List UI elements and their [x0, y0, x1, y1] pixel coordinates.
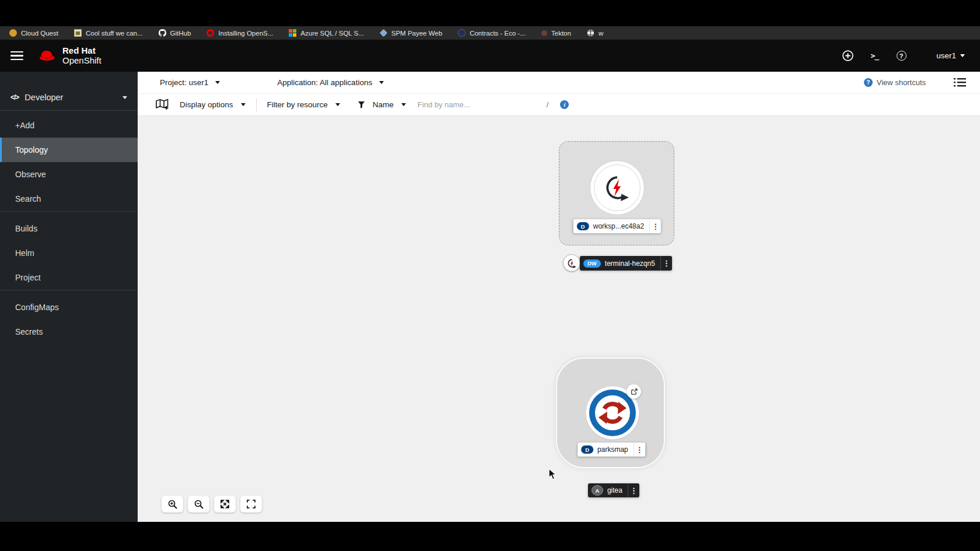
project-dropdown[interactable]: Project: user1 — [160, 78, 220, 87]
bookmark-label: w — [598, 30, 603, 37]
display-options-label: Display options — [180, 100, 233, 109]
sidebar-item-add[interactable]: +Add — [0, 113, 138, 138]
project-dropdown-label: Project: user1 — [160, 78, 208, 87]
chevron-down-icon — [241, 103, 246, 106]
filter-funnel-icon — [358, 101, 365, 108]
devworkspace-icon — [604, 174, 631, 201]
name-filter-dropdown[interactable]: Name — [358, 100, 406, 109]
list-view-toggle[interactable] — [954, 78, 966, 87]
redhat-hat-icon — [37, 49, 57, 63]
bookmark-tekton[interactable]: Tekton — [541, 30, 571, 37]
reset-view-icon — [247, 500, 256, 508]
application-dropdown[interactable]: Application: All applications — [277, 78, 384, 87]
node-label-workspace[interactable]: D worksp...ec48a2 ⋮ — [573, 219, 661, 233]
zoom-out-icon — [194, 500, 204, 509]
bookmark-label: SPM Payee Web — [391, 30, 442, 37]
reset-view-button[interactable] — [240, 496, 262, 513]
bookmark-installing-openshift[interactable]: Installing OpenS... — [206, 29, 273, 37]
zoom-in-icon — [168, 500, 177, 509]
kebab-menu-icon[interactable]: ⋮ — [660, 256, 672, 271]
info-icon[interactable]: i — [560, 100, 569, 109]
zoom-in-button[interactable] — [162, 496, 183, 513]
node-name: parksmap — [593, 445, 634, 454]
browser-bookmarks-bar: Cloud Quest Cool stuff we can... GitHub … — [0, 26, 980, 40]
brand-name-bottom: OpenShift — [62, 56, 102, 66]
topology-filter-bar: Display options Filter by resource Name … — [138, 94, 980, 116]
node-workspace[interactable] — [590, 160, 645, 215]
topology-canvas[interactable]: D worksp...ec48a2 ⋮ DW terminal-hezqn5 ⋮ — [138, 116, 980, 522]
nav-group-main: +Add Topology Observe Search — [0, 111, 138, 211]
chevron-down-icon — [335, 103, 340, 106]
resource-badge-application: A — [592, 485, 603, 496]
perspective-switcher[interactable]: </> Developer — [0, 72, 138, 111]
sidebar-item-observe[interactable]: Observe — [0, 162, 138, 187]
sidebar-item-secrets[interactable]: Secrets — [0, 320, 138, 344]
find-by-name-input[interactable] — [418, 100, 543, 109]
kebab-menu-icon[interactable]: ⋮ — [649, 219, 661, 233]
bookmark-w[interactable]: w — [587, 29, 603, 37]
bookmark-cloud-quest[interactable]: Cloud Quest — [9, 29, 58, 37]
quick-create-button[interactable] — [842, 50, 853, 62]
sidebar-item-configmaps[interactable]: ConfigMaps — [0, 295, 138, 320]
tekton-icon — [541, 30, 547, 36]
zoom-out-button[interactable] — [188, 496, 209, 513]
chevron-down-icon — [123, 96, 127, 99]
application-dropdown-label: Application: All applications — [277, 78, 372, 87]
contracts-icon — [458, 29, 466, 37]
bookmark-github[interactable]: GitHub — [159, 29, 191, 37]
node-label-terminal[interactable]: DW terminal-hezqn5 ⋮ — [580, 256, 672, 271]
bookmark-spm-payee[interactable]: SPM Payee Web — [380, 29, 442, 37]
devworkspace-icon — [567, 258, 577, 268]
sidebar-item-helm[interactable]: Helm — [0, 241, 138, 265]
bookmark-label: GitHub — [170, 30, 191, 37]
export-application-icon[interactable] — [155, 99, 169, 111]
node-name: worksp...ec48a2 — [589, 222, 649, 230]
sidebar-item-topology[interactable]: Topology — [0, 138, 138, 162]
filter-by-resource-dropdown[interactable]: Filter by resource — [267, 100, 340, 109]
nav-toggle-icon[interactable] — [10, 49, 23, 63]
chevron-down-icon — [379, 81, 384, 84]
expand-arrows-icon — [220, 500, 229, 508]
resource-badge-devworkspace: DW — [583, 259, 601, 268]
sidebar-item-project[interactable]: Project — [0, 265, 138, 290]
globe-icon — [587, 29, 594, 37]
sidebar-nav: </> Developer +Add Topology Observe Sear… — [0, 72, 138, 522]
name-filter-label: Name — [373, 100, 394, 109]
view-shortcuts-label: View shortcuts — [877, 78, 926, 87]
kebab-menu-icon[interactable]: ⋮ — [628, 483, 639, 497]
perspective-label: Developer — [24, 93, 63, 102]
user-menu[interactable]: user1 — [936, 51, 965, 60]
context-selector-bar: Project: user1 Application: All applicat… — [138, 72, 980, 94]
nav-group-config: ConfigMaps Secrets — [0, 290, 138, 344]
window-icon — [74, 29, 82, 37]
view-shortcuts-link[interactable]: ? View shortcuts — [864, 78, 926, 87]
bookmark-contracts[interactable]: Contracts - Eco -... — [458, 29, 526, 37]
help-button[interactable]: ? — [895, 50, 907, 62]
brand-logo: Red Hat OpenShift — [37, 46, 102, 65]
topology-page: Project: user1 Application: All applicat… — [138, 72, 980, 522]
node-label-gitea[interactable]: A gitea ⋮ — [588, 483, 639, 497]
bookmark-label: Tekton — [551, 30, 571, 37]
sidebar-item-search[interactable]: Search — [0, 187, 138, 211]
sidebar-item-builds[interactable]: Builds — [0, 216, 138, 241]
fit-to-screen-button[interactable] — [214, 496, 236, 513]
brand-name-top: Red Hat — [62, 46, 102, 56]
bookmark-cool-stuff[interactable]: Cool stuff we can... — [74, 29, 143, 37]
node-label-parksmap[interactable]: D parksmap ⋮ — [578, 443, 645, 457]
node-terminal[interactable] — [563, 254, 580, 272]
spm-icon — [379, 29, 387, 37]
display-options-dropdown[interactable]: Display options — [180, 100, 246, 109]
slash-shortcut-hint: / — [547, 100, 549, 109]
kebab-menu-icon[interactable]: ⋮ — [634, 443, 645, 457]
canvas-controls — [162, 496, 262, 513]
chevron-down-icon — [215, 81, 220, 84]
developer-icon: </> — [10, 93, 19, 101]
web-terminal-button[interactable]: >_ — [869, 50, 880, 62]
github-icon — [159, 29, 166, 37]
node-name: gitea — [603, 486, 628, 494]
resource-badge-deployment: D — [577, 222, 589, 230]
masthead: Red Hat OpenShift >_ ? user1 — [0, 40, 980, 72]
open-url-decorator[interactable] — [626, 384, 641, 399]
bookmark-azure-sql[interactable]: Azure SQL / SQL S... — [289, 29, 363, 37]
chevron-down-icon — [960, 54, 965, 57]
